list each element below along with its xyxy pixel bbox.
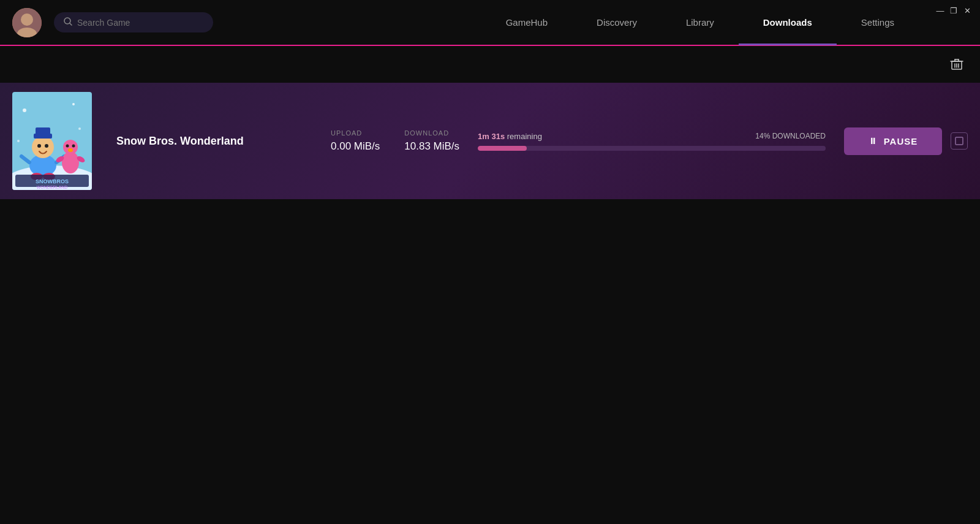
nav-item-settings[interactable]: Settings [837,0,919,45]
svg-point-23 [37,144,41,148]
game-title: Snow Bros. Wonderland [116,135,331,148]
svg-text:WONDERLAND: WONDERLAND [37,185,68,189]
svg-point-18 [17,140,20,142]
card-options-button[interactable] [951,132,968,150]
download-speed-group: DOWNLOAD 10.83 MiB/s [404,129,459,153]
upload-speed-group: UPLOAD 0.00 MiB/s [331,129,380,153]
svg-text:SNOWBROS: SNOWBROS [36,178,69,184]
time-remaining: 1m 31s remaining [478,132,542,141]
speed-section: UPLOAD 0.00 MiB/s DOWNLOAD 10.83 MiB/s [331,129,459,153]
nav-item-discovery[interactable]: Discovery [572,0,662,45]
svg-point-31 [66,145,69,148]
pause-label: PAUSE [884,136,918,146]
time-highlight: 1m 31s [478,132,505,141]
svg-point-32 [72,145,75,148]
nav-item-downloads[interactable]: Downloads [739,0,837,45]
pause-icon: ⏸ [869,136,878,146]
download-label: DOWNLOAD [404,129,459,137]
svg-point-20 [32,136,54,158]
header: GameHub Discovery Library Downloads Sett… [0,0,980,46]
time-suffix: remaining [505,132,542,141]
titlebar: — ❐ ✕ [927,0,980,21]
svg-rect-39 [956,137,963,145]
avatar[interactable] [12,8,42,37]
game-thumbnail: SNOWBROS WONDERLAND [12,92,92,190]
minimize-button[interactable]: — [935,5,946,16]
progress-bar-fill [478,146,527,151]
svg-point-29 [62,151,79,173]
toolbar [0,46,980,83]
svg-point-30 [63,140,78,154]
svg-point-16 [72,103,75,105]
nav: GameHub Discovery Library Downloads Sett… [481,0,919,45]
search-bar[interactable] [54,12,213,32]
svg-point-1 [21,13,33,26]
pct-downloaded: 14% DOWNLOADED [755,132,826,140]
svg-line-4 [70,23,72,25]
upload-label: UPLOAD [331,129,380,137]
progress-bar-background [478,146,826,151]
active-nav-indicator [739,44,837,45]
pause-button[interactable]: ⏸ PAUSE [844,127,942,155]
svg-rect-22 [36,127,50,136]
clear-downloads-button[interactable] [946,53,968,75]
svg-point-15 [23,108,26,112]
progress-section: 1m 31s remaining 14% DOWNLOADED [478,132,826,151]
nav-item-library[interactable]: Library [662,0,739,45]
search-input[interactable] [77,18,194,28]
svg-point-17 [78,127,81,130]
svg-point-24 [45,144,48,148]
maximize-button[interactable]: ❐ [948,5,959,16]
download-value: 10.83 MiB/s [404,140,459,153]
upload-value: 0.00 MiB/s [331,140,380,153]
page-content: SNOWBROS WONDERLAND Snow Bros. Wonderlan… [0,46,980,524]
nav-item-gamehub[interactable]: GameHub [481,0,572,45]
search-icon [64,17,72,28]
progress-info: 1m 31s remaining 14% DOWNLOADED [478,132,826,141]
game-title-area: Snow Bros. Wonderland [116,135,331,148]
download-item: SNOWBROS WONDERLAND Snow Bros. Wonderlan… [0,83,980,199]
close-button[interactable]: ✕ [962,5,973,16]
svg-point-33 [68,148,73,152]
